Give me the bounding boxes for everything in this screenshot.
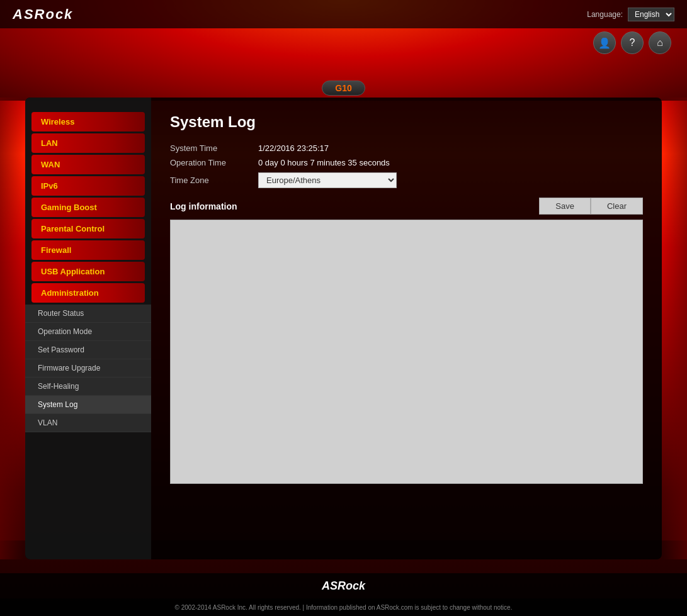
main-panel: Wireless LAN WAN IPv6 Gaming Boost Paren… bbox=[25, 98, 662, 559]
language-select[interactable]: English bbox=[628, 8, 674, 21]
help-icon-button[interactable]: ? bbox=[621, 31, 644, 54]
sub-item-router-status[interactable]: Router Status bbox=[25, 305, 151, 323]
sub-item-vlan[interactable]: VLAN bbox=[25, 414, 151, 432]
sidebar-item-wireless[interactable]: Wireless bbox=[31, 112, 145, 132]
sidebar-item-wan[interactable]: WAN bbox=[31, 155, 145, 174]
footer-logo-bar: ASRock bbox=[0, 573, 687, 598]
sidebar-item-gaming-boost[interactable]: Gaming Boost bbox=[31, 198, 145, 217]
sub-item-firmware-upgrade[interactable]: Firmware Upgrade bbox=[25, 359, 151, 378]
sub-menu: Router Status Operation Mode Set Passwor… bbox=[25, 305, 151, 432]
timezone-select[interactable]: Europe/Athens bbox=[258, 172, 397, 188]
language-label: Language: bbox=[587, 10, 623, 19]
sub-item-self-healing[interactable]: Self-Healing bbox=[25, 378, 151, 396]
info-table: System Time 1/22/2016 23:25:17 Operation… bbox=[170, 143, 643, 188]
time-zone-row: Time Zone Europe/Athens bbox=[170, 172, 643, 188]
sidebar-item-ipv6[interactable]: IPv6 bbox=[31, 176, 145, 196]
sub-item-set-password[interactable]: Set Password bbox=[25, 341, 151, 359]
clear-button[interactable]: Clear bbox=[591, 198, 643, 215]
sidebar-item-firewall[interactable]: Firewall bbox=[31, 240, 145, 260]
brand-logo: ASRock bbox=[13, 6, 73, 23]
system-time-value: 1/22/2016 23:25:17 bbox=[258, 143, 329, 153]
time-zone-label: Time Zone bbox=[170, 176, 258, 185]
operation-time-value: 0 day 0 hours 7 minutes 35 seconds bbox=[258, 158, 390, 167]
content-area: System Log System Time 1/22/2016 23:25:1… bbox=[151, 98, 662, 559]
sidebar-item-administration[interactable]: Administration bbox=[31, 283, 145, 303]
log-buttons: Save Clear bbox=[539, 198, 643, 215]
operation-time-label: Operation Time bbox=[170, 158, 258, 167]
top-bar: ASRock Language: English bbox=[0, 0, 687, 28]
model-badge: G10 bbox=[322, 81, 365, 96]
language-area: Language: English bbox=[587, 8, 674, 21]
user-icon-button[interactable]: 👤 bbox=[593, 31, 616, 54]
system-time-label: System Time bbox=[170, 143, 258, 153]
footer-copyright: © 2002-2014 ASRock Inc. All rights reser… bbox=[0, 598, 687, 616]
operation-time-row: Operation Time 0 day 0 hours 7 minutes 3… bbox=[170, 158, 643, 167]
system-time-row: System Time 1/22/2016 23:25:17 bbox=[170, 143, 643, 153]
sub-item-system-log[interactable]: System Log bbox=[25, 396, 151, 414]
left-decoration bbox=[0, 98, 24, 559]
top-icons: 👤 ? ⌂ bbox=[593, 31, 671, 54]
page-title: System Log bbox=[170, 113, 643, 131]
home-icon-button[interactable]: ⌂ bbox=[649, 31, 671, 54]
sidebar-item-parental-control[interactable]: Parental Control bbox=[31, 219, 145, 238]
sidebar: Wireless LAN WAN IPv6 Gaming Boost Paren… bbox=[25, 98, 151, 559]
log-textarea[interactable] bbox=[170, 220, 643, 484]
sidebar-item-lan[interactable]: LAN bbox=[31, 133, 145, 153]
log-title: Log information bbox=[170, 201, 237, 211]
right-decoration bbox=[663, 98, 687, 559]
sidebar-item-usb-application[interactable]: USB Application bbox=[31, 262, 145, 281]
sub-item-operation-mode[interactable]: Operation Mode bbox=[25, 323, 151, 341]
save-button[interactable]: Save bbox=[539, 198, 591, 215]
log-header: Log information Save Clear bbox=[170, 198, 643, 215]
footer-brand: ASRock bbox=[322, 580, 365, 593]
